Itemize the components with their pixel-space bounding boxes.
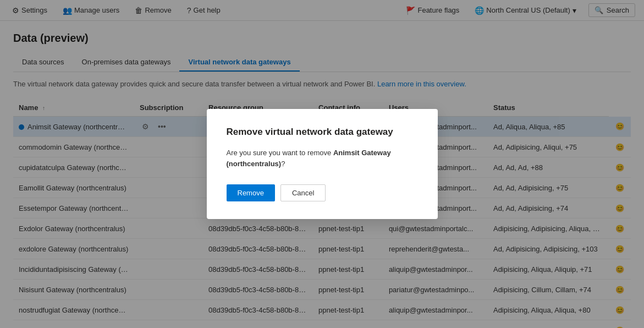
modal-overlay: Remove virtual network data gateway Are … [0,0,644,328]
modal-remove-button[interactable]: Remove [227,184,275,201]
remove-modal: Remove virtual network data gateway Are … [207,109,438,219]
modal-body: Are you sure you want to remove Animsit … [227,147,418,169]
modal-body-prefix: Are you sure you want to remove [227,149,333,157]
modal-actions: Remove Cancel [227,184,418,201]
modal-cancel-button[interactable]: Cancel [280,184,326,201]
modal-title: Remove virtual network data gateway [227,127,418,138]
modal-body-suffix: ? [281,160,285,168]
